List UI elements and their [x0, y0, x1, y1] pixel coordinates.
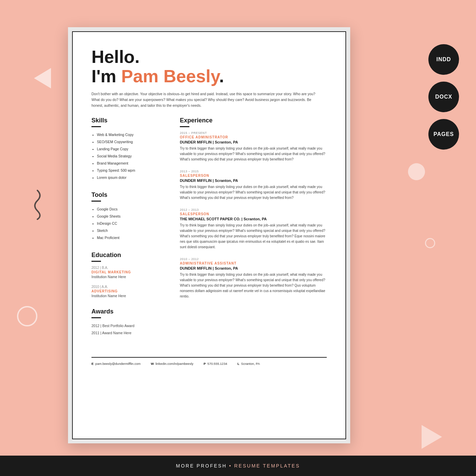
decorative-triangle-left [34, 68, 51, 88]
bottom-bar-text: MORE PROFESH • Resume Templates [176, 463, 300, 469]
footer-email: E pam.beesly@dundermifflin.com [91, 362, 140, 366]
skills-title: Skills [91, 117, 166, 124]
tool-item: InDesign CC [97, 220, 166, 227]
decorative-circle-right [408, 163, 425, 180]
name-suffix: . [219, 66, 224, 86]
resume-summary: Don't bother with an objective. Your obj… [91, 91, 323, 108]
tools-section: Tools Google Docs Google Sheets InDesign… [91, 191, 166, 241]
edu-item-1: 2012 | B.A. DIGITAL MARKETING Institutio… [91, 266, 166, 279]
exp-company-4: DUNDER MIFFLIN | Scranton, PA [180, 266, 327, 270]
exp-company-1: DUNDER MIFFLIN | Scranton, PA [180, 140, 327, 144]
exp-item-3: 2012 – 2013 SALESPERSON THE MICHAEL SCOT… [180, 208, 327, 250]
edu-year-2: 2010 | A.A. [91, 285, 166, 289]
skill-item: Social Media Strategy [97, 153, 166, 160]
experience-section: Experience 2015 – PRESENT OFFICE ADMINIS… [180, 117, 327, 299]
exp-desc-4: Try to think bigger than simply listing … [180, 272, 327, 299]
exp-role-2: SALESPERSON [180, 174, 327, 177]
exp-company-2: DUNDER MIFFLIN | Scranton, PA [180, 178, 327, 183]
skills-divider [91, 126, 101, 127]
exp-company-3: THE MICHAEL SCOTT PAPER CO. | Scranton, … [180, 217, 327, 221]
tool-item: Google Docs [97, 206, 166, 213]
exp-item-1: 2015 – PRESENT OFFICE ADMINISTRATOR DUND… [180, 131, 327, 162]
docx-label: DOCX [435, 94, 452, 100]
tool-item: Sketch [97, 227, 166, 234]
exp-item-2: 2013 – 2015 SALESPERSON DUNDER MIFFLIN |… [180, 170, 327, 201]
greeting: Hello. [91, 47, 327, 67]
tools-title: Tools [91, 191, 166, 199]
awards-title: Awards [91, 308, 166, 315]
phone-value: 570.555.1234 [207, 362, 227, 366]
resume-wrapper: Hello. I'm Pam Beesly. Don't bother with… [68, 27, 350, 443]
decorative-circle-left [17, 306, 37, 326]
bottom-bar-separator: • [227, 463, 234, 469]
left-column: Skills Web & Marketing Copy SEO/SEM Copy… [91, 117, 166, 347]
skills-section: Skills Web & Marketing Copy SEO/SEM Copy… [91, 117, 166, 181]
education-section: Education 2012 | B.A. DIGITAL MARKETING … [91, 252, 166, 298]
indd-button[interactable]: INDD [428, 44, 459, 75]
education-title: Education [91, 252, 166, 259]
exp-dates-1: 2015 – PRESENT [180, 131, 327, 135]
tools-divider [91, 201, 101, 202]
skill-item: Brand Management [97, 160, 166, 167]
exp-desc-1: Try to think bigger than simply listing … [180, 146, 327, 162]
bottom-bar-part1: MORE PROFESH [176, 463, 227, 469]
edu-school-1: Institution Name Here [91, 275, 166, 279]
skill-item: Lorem ipsum dolor [97, 174, 166, 181]
email-value: pam.beesly@dundermifflin.com [95, 362, 140, 366]
resume-footer: E pam.beesly@dundermifflin.com W linkedi… [91, 357, 327, 366]
experience-divider [180, 126, 189, 127]
name-line: I'm Pam Beesly. [91, 67, 327, 86]
awards-divider [91, 317, 101, 318]
exp-role-3: SALESPERSON [180, 212, 327, 216]
exp-role-1: OFFICE ADMINISTRATOR [180, 135, 327, 139]
decorative-circle-right2 [425, 238, 435, 248]
decorative-triangle-right [422, 425, 442, 449]
exp-desc-2: Try to think bigger than simply listing … [180, 184, 327, 201]
education-divider [91, 261, 101, 262]
tool-item: Mac Proficient [97, 234, 166, 241]
resume-columns: Skills Web & Marketing Copy SEO/SEM Copy… [91, 117, 327, 347]
skills-list: Web & Marketing Copy SEO/SEM Copywriting… [91, 131, 166, 181]
footer-location: L Scranton, PA [237, 362, 260, 366]
format-buttons-container: INDD DOCX PAGES [428, 44, 459, 150]
edu-item-2: 2010 | A.A. ADVERTISING Institution Name… [91, 285, 166, 298]
exp-item-4: 2010 – 2012 ADMINISTRATIVE ASSISTANT DUN… [180, 257, 327, 299]
name-prefix: I'm [91, 66, 121, 86]
bottom-bar: MORE PROFESH • Resume Templates [0, 456, 476, 476]
bottom-bar-part2: Resume Templates [234, 463, 300, 469]
resume-paper: Hello. I'm Pam Beesly. Don't bother with… [72, 31, 346, 439]
awards-section: Awards 2012 | Best Portfolio Award 2011 … [91, 308, 166, 337]
phone-label: P [204, 362, 206, 366]
edu-degree-2: ADVERTISING [91, 289, 166, 293]
exp-dates-2: 2013 – 2015 [180, 170, 327, 173]
skill-item: Typing Speed: 500 wpm [97, 167, 166, 174]
footer-phone: P 570.555.1234 [204, 362, 227, 366]
skill-item: Web & Marketing Copy [97, 131, 166, 138]
website-label: W [151, 362, 154, 366]
website-value: linkedin.com/in/pambeesly [155, 362, 193, 366]
docx-button[interactable]: DOCX [428, 82, 459, 112]
pages-button[interactable]: PAGES [428, 119, 459, 150]
skill-item: Landing Page Copy [97, 146, 166, 153]
indd-label: INDD [436, 56, 451, 63]
location-label: L [237, 362, 239, 366]
exp-role-4: ADMINISTRATIVE ASSISTANT [180, 261, 327, 265]
name-highlight: Pam Beesly [121, 66, 219, 86]
experience-title: Experience [180, 117, 327, 124]
exp-desc-3: Try to think bigger than simply listing … [180, 223, 327, 250]
edu-school-2: Institution Name Here [91, 294, 166, 298]
award-item-2: 2011 | Award Name Here [91, 329, 166, 337]
decorative-squiggle [27, 187, 48, 226]
right-column: Experience 2015 – PRESENT OFFICE ADMINIS… [180, 117, 327, 347]
award-item-1: 2012 | Best Portfolio Award [91, 322, 166, 329]
resume-header: Hello. I'm Pam Beesly. Don't bother with… [91, 47, 327, 108]
edu-year-1: 2012 | B.A. [91, 266, 166, 270]
exp-dates-3: 2012 – 2013 [180, 208, 327, 211]
email-label: E [91, 362, 94, 366]
skill-item: SEO/SEM Copywriting [97, 138, 166, 146]
edu-degree-1: DIGITAL MARKETING [91, 270, 166, 274]
footer-website: W linkedin.com/in/pambeesly [151, 362, 193, 366]
location-value: Scranton, PA [241, 362, 260, 366]
tool-item: Google Sheets [97, 213, 166, 220]
pages-label: PAGES [434, 131, 454, 137]
